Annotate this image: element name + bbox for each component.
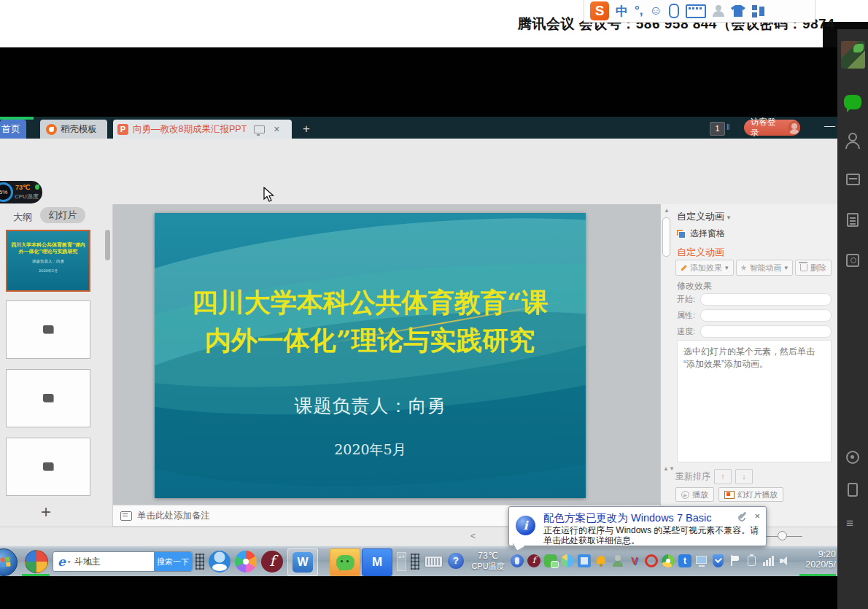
start-button[interactable] <box>0 548 18 576</box>
sogou-input-toolbar[interactable]: S 中 °, ☺ <box>584 0 815 23</box>
thumbnail-scrollbar[interactable] <box>105 230 110 260</box>
vpn-tray-icon[interactable]: V <box>628 554 641 567</box>
add-slide-button[interactable]: + <box>35 502 57 522</box>
document-tray-icon[interactable] <box>578 554 591 567</box>
tab-document[interactable]: P 向勇—教改8期成果汇报PPT × <box>113 120 292 139</box>
input-keyboard-icon[interactable] <box>425 556 443 567</box>
slideshow-play-button[interactable]: 幻灯片播放 <box>718 487 783 502</box>
panel-scroll-up-icon[interactable]: ▲ <box>664 207 670 214</box>
reorder-down-button[interactable]: ↓ <box>735 469 753 484</box>
help-icon[interactable]: ? <box>448 553 464 569</box>
thumbnail-slide-2[interactable] <box>6 300 90 359</box>
property-select[interactable] <box>700 309 832 322</box>
status-chevron-left-icon[interactable]: < <box>470 531 476 541</box>
wechat-taskbar-button[interactable] <box>330 548 360 576</box>
system-tray: f V t <box>511 554 791 567</box>
wechat-collections-icon[interactable] <box>846 174 860 185</box>
chinese-mode-icon[interactable]: 中 <box>616 3 628 20</box>
notification-title[interactable]: 配色方案已更改为 Windows 7 Basic <box>543 511 711 525</box>
wechat-files-icon[interactable] <box>847 213 859 227</box>
thumbnail-slide-3[interactable] <box>6 369 90 427</box>
guest-login-button[interactable]: 访客登录 <box>744 120 800 136</box>
select-pane-button[interactable]: 选择窗格 <box>677 228 725 240</box>
notification-close-icon[interactable]: × <box>754 511 760 521</box>
search-caret-icon[interactable]: ▾ <box>68 559 71 565</box>
flash-tray-icon[interactable]: f <box>527 554 540 567</box>
bell-tray-icon[interactable] <box>594 554 608 567</box>
panel-scrollbar-thumb[interactable] <box>662 217 670 257</box>
wechat-menu-icon[interactable]: ≡ <box>846 516 853 531</box>
thumbnail-slide-1[interactable]: 四川大学本科公共体育教育“课内外一体化”理论与实践研究 课题负责人：向勇 202… <box>6 230 90 292</box>
security-shield-tray-icon[interactable] <box>713 554 724 567</box>
voice-input-icon[interactable] <box>669 4 679 18</box>
speed-select[interactable] <box>700 325 832 338</box>
wechat-tray-icon[interactable] <box>544 554 557 567</box>
smart-animation-button[interactable]: 智能动画 ▾ <box>736 260 794 276</box>
thumbnail-slide-4[interactable] <box>6 438 90 496</box>
wechat-chat-icon[interactable] <box>844 95 861 109</box>
slide[interactable]: 四川大学本科公共体育教育“课内外一体化”理论与实践研究 课题负责人：向勇 202… <box>155 213 586 498</box>
sogou-logo-icon[interactable]: S <box>590 1 609 20</box>
toolbox-icon[interactable] <box>752 5 764 18</box>
tab-slides[interactable]: 幻灯片 <box>40 207 85 223</box>
start-select[interactable] <box>700 293 832 306</box>
action-center-flag-icon[interactable] <box>728 554 741 567</box>
browser-360-icon[interactable] <box>235 551 257 573</box>
flash-icon[interactable]: f <box>261 551 283 573</box>
info-icon: i <box>516 516 535 535</box>
soft-keyboard-icon[interactable] <box>686 4 706 18</box>
account-icon[interactable] <box>713 5 724 17</box>
browser-tray-icon[interactable] <box>561 554 574 567</box>
punctuation-icon[interactable]: °, <box>635 4 643 18</box>
tim-tray-icon[interactable]: t <box>678 554 691 567</box>
wechat-icon <box>336 555 354 570</box>
volume-icon[interactable] <box>778 554 791 567</box>
play-icon: ▶ <box>681 491 689 499</box>
wechat-avatar[interactable] <box>841 41 865 69</box>
tab-home[interactable]: 首页 <box>0 120 26 139</box>
search-query-text[interactable]: 斗地主 <box>74 556 154 568</box>
wechat-contacts-icon[interactable] <box>845 141 860 149</box>
user-tray-icon[interactable] <box>611 554 624 567</box>
zoom-slider-handle[interactable] <box>778 531 787 540</box>
slide-title[interactable]: 四川大学本科公共体育教育“课内外一体化”理论与实践研究 <box>187 283 552 359</box>
clipboard-tray-icon[interactable] <box>745 554 758 567</box>
minimize-button[interactable]: — <box>824 119 835 131</box>
panel-title[interactable]: 自定义动画 ▾ <box>677 210 730 223</box>
add-effect-button[interactable]: 添加效果 ▾ <box>675 260 734 276</box>
tab-docer[interactable]: 稻壳模板 <box>40 120 107 139</box>
settings-wrench-icon[interactable] <box>740 512 747 519</box>
taskbar-divider-toggle[interactable]: ▴ ▾ <box>397 552 406 571</box>
play-button[interactable]: ▶ 播放 <box>675 487 714 502</box>
game-app-icon[interactable] <box>25 550 48 573</box>
tencent-meeting-taskbar-button[interactable]: M <box>362 548 392 576</box>
taskbar-search-box[interactable]: e ▾ 斗地主 搜索一下 <box>53 551 193 572</box>
security-ring-tray-icon[interactable] <box>645 554 658 567</box>
window-count-badge[interactable]: 1 <box>710 122 725 136</box>
slide-subtitle[interactable]: 课题负责人：向勇 <box>155 394 586 418</box>
taskbar-clock[interactable]: 9:20 2020/5/ <box>794 549 836 570</box>
tab-close-icon[interactable]: × <box>274 123 279 135</box>
qq-icon[interactable] <box>209 551 230 573</box>
notification-info-icon[interactable] <box>511 554 524 567</box>
wps-taskbar-button[interactable]: W <box>287 548 318 576</box>
present-monitor-icon[interactable] <box>254 125 265 133</box>
skin-icon[interactable] <box>731 5 745 17</box>
new-tab-button[interactable]: + <box>298 120 315 139</box>
wechat-profile-icon[interactable] <box>846 254 859 267</box>
color-scheme-notification[interactable]: i 配色方案已更改为 Windows 7 Basic 正在运行的程序与 Wind… <box>508 506 767 546</box>
wechat-moments-icon[interactable] <box>846 451 859 464</box>
delete-button[interactable]: 删除 <box>795 260 832 276</box>
cpu-monitor-widget[interactable]: 5% 73℃ CPU温度 <box>0 181 42 203</box>
slide-date[interactable]: 2020年5月 <box>155 441 586 459</box>
display-tray-icon[interactable] <box>695 554 708 567</box>
updater-tray-icon[interactable] <box>662 554 675 567</box>
wechat-contacts-icon[interactable] <box>848 133 857 141</box>
wechat-phone-icon[interactable] <box>848 483 858 497</box>
reorder-up-button[interactable]: ↑ <box>714 469 732 484</box>
network-signal-icon[interactable] <box>762 554 775 567</box>
emoji-icon[interactable]: ☺ <box>650 4 662 18</box>
speed-label: 速度: <box>677 326 697 337</box>
search-go-button[interactable]: 搜索一下 <box>154 552 192 571</box>
tab-outline[interactable]: 大纲 <box>13 211 32 224</box>
